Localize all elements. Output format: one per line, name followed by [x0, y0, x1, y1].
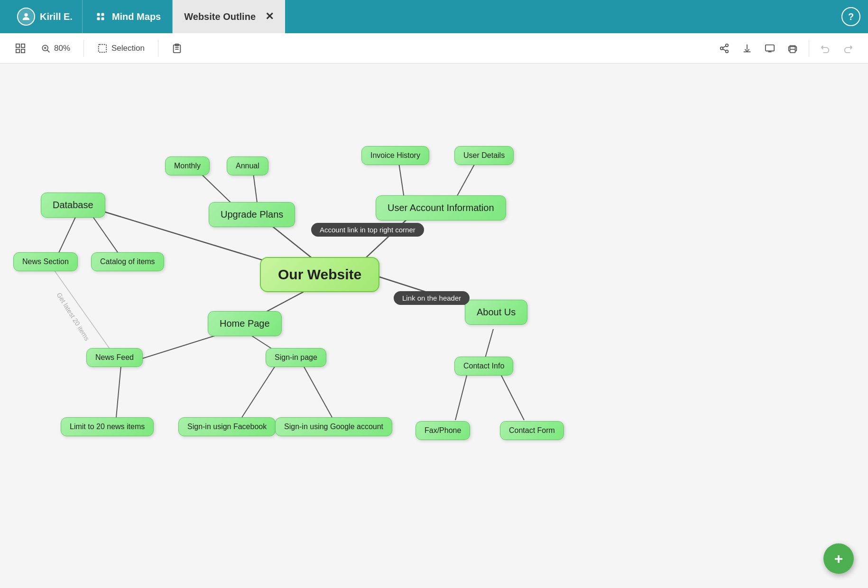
selection-button[interactable]: Selection — [92, 39, 150, 57]
node-annual[interactable]: Annual — [227, 156, 268, 175]
separator-1 — [83, 40, 84, 57]
svg-rect-23 — [766, 45, 774, 51]
svg-line-44 — [455, 374, 467, 420]
svg-rect-13 — [99, 44, 107, 52]
node-user-account[interactable]: User Account Information — [376, 195, 506, 220]
node-news-section[interactable]: News Section — [13, 252, 78, 271]
undo-button[interactable] — [815, 38, 836, 59]
avatar-icon — [17, 8, 35, 26]
node-signin-page[interactable]: Sign-in page — [266, 348, 326, 367]
node-fax-phone[interactable]: Fax/Phone — [416, 421, 470, 440]
toolbar-right — [714, 38, 859, 59]
node-catalog[interactable]: Catalog of items — [91, 252, 164, 271]
svg-rect-8 — [21, 49, 25, 52]
tab-title: Website Outline — [184, 11, 256, 22]
mindmaps-icon — [94, 10, 107, 23]
add-button[interactable]: + — [823, 543, 854, 574]
download-button[interactable] — [737, 38, 757, 59]
svg-line-10 — [47, 50, 49, 52]
node-contact-info[interactable]: Contact Info — [454, 357, 513, 376]
mindmaps-tab[interactable]: Mind Maps — [83, 0, 173, 33]
present-button[interactable] — [759, 38, 780, 59]
svg-line-21 — [723, 49, 726, 51]
svg-point-20 — [726, 50, 729, 53]
svg-rect-6 — [21, 44, 25, 47]
clipboard-button[interactable] — [166, 39, 188, 57]
redo-button[interactable] — [838, 38, 859, 59]
svg-rect-1 — [97, 13, 100, 16]
zoom-label: 80% — [54, 44, 70, 53]
svg-rect-5 — [16, 44, 19, 47]
svg-line-41 — [304, 366, 332, 417]
svg-rect-4 — [101, 18, 104, 20]
print-button[interactable] — [782, 38, 803, 59]
toolbar: 80% Selection — [0, 33, 868, 64]
help-button[interactable]: ? — [841, 7, 860, 26]
svg-line-45 — [500, 374, 524, 420]
svg-rect-3 — [97, 18, 100, 20]
user-name: Kirill E. — [40, 11, 73, 22]
svg-rect-26 — [790, 49, 795, 52]
node-monthly[interactable]: Monthly — [165, 156, 210, 175]
svg-rect-2 — [101, 13, 104, 16]
node-contact-form[interactable]: Contact Form — [500, 421, 564, 440]
mindmaps-label: Mind Maps — [112, 11, 161, 22]
get-latest-label: Get latest 20 items — [55, 291, 91, 342]
node-signin-facebook[interactable]: Sign-in usign Facebook — [178, 417, 276, 436]
connections-svg — [0, 64, 868, 588]
close-icon[interactable]: ✕ — [265, 10, 274, 23]
separator-3 — [809, 40, 809, 57]
node-invoice-history[interactable]: Invoice History — [361, 146, 429, 165]
tooltip-account: Account link in top right corner — [311, 223, 424, 237]
app-header: Kirill E. Mind Maps Website Outline ✕ ? — [0, 0, 868, 33]
zoom-button[interactable]: 80% — [35, 40, 76, 57]
svg-line-39 — [116, 366, 121, 417]
svg-point-18 — [726, 44, 729, 46]
node-database[interactable]: Database — [41, 193, 105, 218]
fit-button[interactable] — [9, 39, 31, 57]
node-about-us[interactable]: About Us — [465, 300, 527, 325]
canvas[interactable]: Get latest 20 items Our Website Database… — [0, 64, 868, 588]
user-profile[interactable]: Kirill E. — [8, 0, 83, 33]
header-right: ? — [841, 7, 860, 26]
svg-line-22 — [723, 46, 726, 47]
node-home-page[interactable]: Home Page — [208, 311, 282, 336]
separator-2 — [158, 40, 158, 57]
node-upgrade-plans[interactable]: Upgrade Plans — [209, 202, 295, 227]
node-limit-news[interactable]: Limit to 20 news items — [61, 417, 154, 436]
svg-line-40 — [242, 366, 275, 417]
node-user-details[interactable]: User Details — [454, 146, 514, 165]
tooltip-link: Link on the header — [394, 291, 470, 305]
node-news-feed[interactable]: News Feed — [86, 348, 143, 367]
share-button[interactable] — [714, 38, 735, 59]
svg-point-0 — [24, 13, 28, 17]
active-tab[interactable]: Website Outline ✕ — [173, 0, 285, 33]
node-signin-google[interactable]: Sign-in using Google account — [275, 417, 392, 436]
node-our-website[interactable]: Our Website — [260, 257, 379, 292]
selection-label: Selection — [111, 44, 145, 53]
svg-rect-7 — [16, 49, 19, 52]
svg-point-19 — [720, 47, 723, 50]
